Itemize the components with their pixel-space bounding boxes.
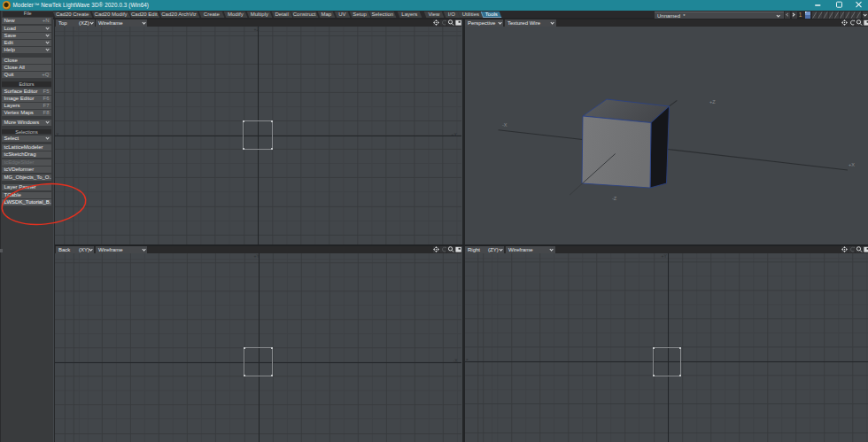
svg-text:+X: +X — [849, 162, 855, 167]
svg-text:-Z: -Z — [612, 196, 617, 201]
svg-text:+Z: +Z — [709, 99, 716, 105]
svg-text:-X: -X — [502, 122, 508, 128]
